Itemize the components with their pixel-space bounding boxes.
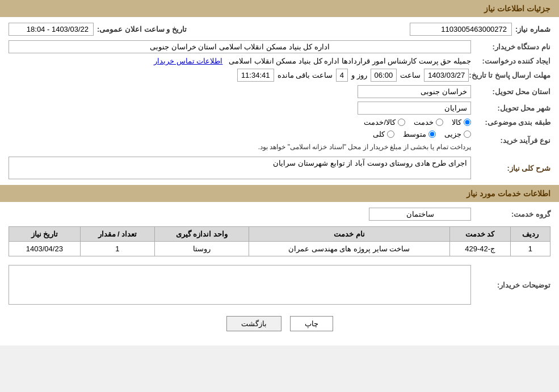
service-group-box: ساختمان: [369, 208, 471, 221]
deadline-date: 1403/03/27: [424, 69, 469, 82]
category-label: طبقه بندی موضوعی:: [471, 118, 550, 127]
category-options: کالا خدمت کالا/خدمت: [9, 118, 471, 127]
deadline-time-label: ساعت: [400, 71, 421, 79]
purchase-note: پرداخت تمام یا بخشی از مبلغ خریدار از مح…: [9, 143, 471, 151]
contact-link[interactable]: اطلاعات تماس خریدار: [154, 57, 222, 65]
purchase-type-options: جزیی متوسط کلی پرداخت تمام یا بخشی از مب…: [9, 130, 471, 151]
category-item-khedmat: خدمت: [414, 118, 443, 127]
category-label-khedmat: خدمت: [414, 118, 434, 127]
col-date-needed: تاریخ نیاز: [9, 227, 81, 242]
service-group-value: ساختمان: [9, 208, 471, 221]
category-label-kala-khedmat: کالا/خدمت: [364, 118, 396, 127]
deadline-value-area: 1403/03/27 ساعت 06:00 روز و 4 ساعت باقی …: [9, 69, 469, 82]
buyer-notes-textarea[interactable]: [9, 265, 471, 305]
city-value: سرایان: [9, 102, 471, 115]
need-desc-section-label: شرح کلی نیاز:: [471, 164, 550, 172]
back-button[interactable]: بازگشت: [226, 316, 281, 331]
purchase-radio-jozi[interactable]: [464, 130, 471, 138]
col-row-num: ردیف: [510, 227, 550, 242]
province-value: خراسان جنوبی: [9, 85, 471, 98]
purchase-type-row: نوع فرآیند خرید: جزیی متوسط کلی: [9, 130, 550, 151]
need-desc-row: شرح کلی نیاز: اجرای طرح هادی روستای دوست…: [9, 157, 550, 179]
purchase-label-motavaset: متوسط: [403, 130, 426, 138]
purchase-label-jozi: جزیی: [444, 130, 461, 138]
main-content-area: شماره نیاز: 1103005463000272 تاریخ و ساع…: [0, 17, 559, 345]
buyer-notes-label: توضیحات خریدار:: [471, 281, 550, 289]
announcement-number-label: شماره نیاز:: [515, 25, 550, 33]
purchase-label-koli: کلی: [373, 130, 385, 138]
deadline-time-value: 06:00: [371, 69, 397, 82]
purchase-type-label: نوع فرآیند خرید:: [471, 136, 550, 145]
buyer-org-value: اداره کل بنیاد مسکن انقلاب اسلامی استان …: [9, 40, 471, 53]
category-item-kala-khedmat: کالا/خدمت: [364, 118, 405, 127]
creator-row: ایجاد کننده درخواست: جمیله حق پرست کارشن…: [9, 57, 550, 65]
countdown-value: 11:34:41: [237, 69, 274, 82]
category-radio-kala[interactable]: [464, 119, 471, 126]
service-group-row: گروه خدمت: ساختمان: [9, 208, 550, 221]
purchase-radio-group: جزیی متوسط کلی: [9, 130, 471, 138]
purchase-item-jozi: جزیی: [444, 130, 471, 138]
service-group-label: گروه خدمت:: [471, 210, 550, 218]
buyer-notes-row: توضیحات خریدار:: [9, 265, 550, 305]
category-item-kala: کالا: [452, 118, 471, 127]
buyer-org-box: اداره کل بنیاد مسکن انقلاب اسلامی استان …: [9, 40, 471, 53]
datetime-label: تاریخ و ساعت اعلان عمومی:: [97, 25, 187, 33]
category-radio-khedmat[interactable]: [436, 119, 443, 126]
need-desc-value-area: اجرای طرح هادی روستای دوست آباد از توابع…: [9, 157, 471, 179]
purchase-item-motavaset: متوسط: [403, 130, 436, 138]
page-header-bar: جزئیات اطلاعات نیاز: [0, 0, 559, 17]
category-row: طبقه بندی موضوعی: کالا خدمت کالا/خدمت: [9, 118, 550, 127]
buyer-notes-value: [9, 265, 471, 305]
datetime-value: 1403/03/22 - 18:04: [9, 23, 94, 36]
province-box: خراسان جنوبی: [358, 85, 471, 98]
countdown-label: ساعت باقی مانده: [278, 71, 333, 79]
category-radio-kala-khedmat[interactable]: [398, 119, 405, 126]
services-table: ردیف کد خدمت نام خدمت واحد اندازه گیری ت…: [9, 226, 550, 256]
print-button[interactable]: چاپ: [290, 316, 333, 331]
deadline-day-label: روز و: [351, 71, 367, 79]
col-unit: واحد اندازه گیری: [155, 227, 249, 242]
table-cell: ج-42-429: [449, 242, 510, 256]
table-cell: روستا: [155, 242, 249, 256]
province-row: استان محل تحویل: خراسان جنوبی: [9, 85, 550, 98]
services-section-title: اطلاعات خدمات مورد نیاز: [0, 185, 559, 202]
deadline-row: مهلت ارسال پاسخ تا تاریخ: 1403/03/27 ساع…: [9, 69, 550, 82]
need-desc-box: اجرای طرح هادی روستای دوست آباد از توابع…: [9, 157, 471, 179]
table-cell: 1: [510, 242, 550, 256]
deadline-days: 4: [336, 69, 348, 82]
buyer-org-label: نام دستگاه خریدار:: [471, 43, 550, 51]
deadline-label: مهلت ارسال پاسخ تا تاریخ:: [469, 71, 550, 79]
buyer-org-row: نام دستگاه خریدار: اداره کل بنیاد مسکن ا…: [9, 40, 550, 53]
category-radio-group: کالا خدمت کالا/خدمت: [9, 118, 471, 127]
city-row: شهر محل تحویل: سرایان: [9, 102, 550, 115]
table-cell: ساخت سایر پروژه های مهندسی عمران: [249, 242, 449, 256]
table-cell: 1: [80, 242, 154, 256]
purchase-radio-motavaset[interactable]: [428, 130, 436, 138]
city-label: شهر محل تحویل:: [471, 104, 550, 112]
purchase-item-koli: کلی: [373, 130, 394, 138]
creator-label: ایجاد کننده درخواست:: [471, 57, 550, 65]
announcement-number-value: 1103005463000272: [410, 23, 512, 36]
table-row: 1ج-42-429ساخت سایر پروژه های مهندسی عمرا…: [9, 242, 550, 256]
creator-text: جمیله حق پرست کارشناس امور قراردادها ادا…: [229, 57, 471, 65]
city-box: سرایان: [358, 102, 471, 115]
col-service-name: نام خدمت: [249, 227, 449, 242]
purchase-radio-koli[interactable]: [387, 130, 394, 138]
creator-value: جمیله حق پرست کارشناس امور قراردادها ادا…: [9, 57, 471, 65]
page-wrapper: جزئیات اطلاعات نیاز شماره نیاز: 11030054…: [0, 0, 559, 345]
button-row: چاپ بازگشت: [9, 316, 550, 331]
announcement-row: شماره نیاز: 1103005463000272 تاریخ و ساع…: [9, 23, 550, 36]
col-quantity: تعداد / مقدار: [80, 227, 154, 242]
province-label: استان محل تحویل:: [471, 87, 550, 96]
page-title: جزئیات اطلاعات نیاز: [484, 4, 550, 13]
table-cell: 1403/04/23: [9, 242, 81, 256]
category-label-kala: کالا: [452, 118, 461, 127]
col-service-code: کد خدمت: [449, 227, 510, 242]
